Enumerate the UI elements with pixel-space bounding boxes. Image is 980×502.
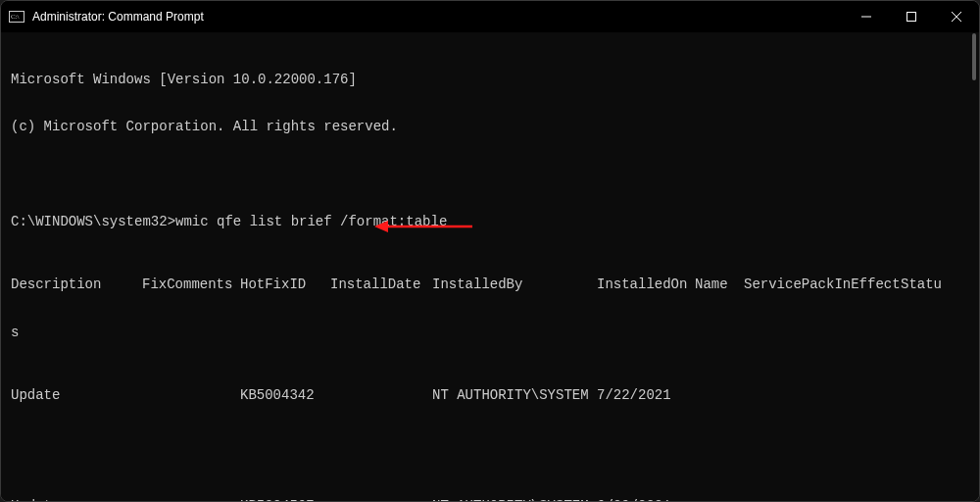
cell-fixcomments xyxy=(142,498,240,501)
table-header-row: Description FixComments HotFixID Install… xyxy=(11,276,969,292)
window-title: Administrator: Command Prompt xyxy=(32,10,844,24)
maximize-button[interactable] xyxy=(889,1,934,32)
terminal-area[interactable]: Microsoft Windows [Version 10.0.22000.17… xyxy=(1,32,979,501)
cell-description: Update xyxy=(11,498,142,501)
svg-text:C:\: C:\ xyxy=(11,13,20,21)
banner-line-1: Microsoft Windows [Version 10.0.22000.17… xyxy=(11,72,969,87)
header-installedon: InstalledOn xyxy=(597,276,695,292)
cell-description: Update xyxy=(11,387,142,403)
header-hotfixid: HotFixID xyxy=(240,276,330,292)
cmd-icon: C:\ xyxy=(9,9,24,25)
prompt-path: C:\WINDOWS\system32> xyxy=(11,214,175,229)
header-description: Description xyxy=(11,276,142,292)
cell-fixcomments xyxy=(142,387,240,403)
header-servicepack: ServicePackInEffect xyxy=(744,276,901,292)
cell-hotfixid: KB5004342 xyxy=(240,387,330,403)
command-line: C:\WINDOWS\system32>wmic qfe list brief … xyxy=(11,214,969,229)
scrollbar[interactable] xyxy=(970,33,978,112)
cell-installedon: 7/22/2021 xyxy=(597,387,695,403)
header-fixcomments: FixComments xyxy=(142,276,240,292)
header-installedby: InstalledBy xyxy=(432,276,597,292)
header-name: Name xyxy=(695,276,744,292)
close-button[interactable] xyxy=(934,1,979,32)
cell-installdate xyxy=(330,387,432,403)
header-status: Statu xyxy=(901,276,950,292)
cell-installedby: NT AUTHORITY\SYSTEM xyxy=(432,387,597,403)
table-row: Update KB5004342 NT AUTHORITY\SYSTEM 7/2… xyxy=(11,387,969,403)
svg-rect-3 xyxy=(907,13,916,22)
cell-installedon: 6/29/2021 xyxy=(597,498,695,501)
banner-line-2: (c) Microsoft Corporation. All rights re… xyxy=(11,119,969,134)
cell-installedby: NT AUTHORITY\SYSTEM xyxy=(432,498,597,501)
command-prompt-window: C:\ Administrator: Command Prompt Micros… xyxy=(0,0,980,502)
scrollbar-thumb[interactable] xyxy=(972,33,976,80)
cell-hotfixid: KB5004567 xyxy=(240,498,330,501)
window-controls xyxy=(844,1,979,32)
header-installdate: InstallDate xyxy=(330,276,432,292)
table-row: Update KB5004567 NT AUTHORITY\SYSTEM 6/2… xyxy=(11,498,969,501)
typed-command: wmic qfe list brief /format:table xyxy=(175,214,447,229)
minimize-button[interactable] xyxy=(844,1,889,32)
titlebar[interactable]: C:\ Administrator: Command Prompt xyxy=(1,1,979,32)
cell-installdate xyxy=(330,498,432,501)
header-status-wrap: s xyxy=(11,325,969,340)
